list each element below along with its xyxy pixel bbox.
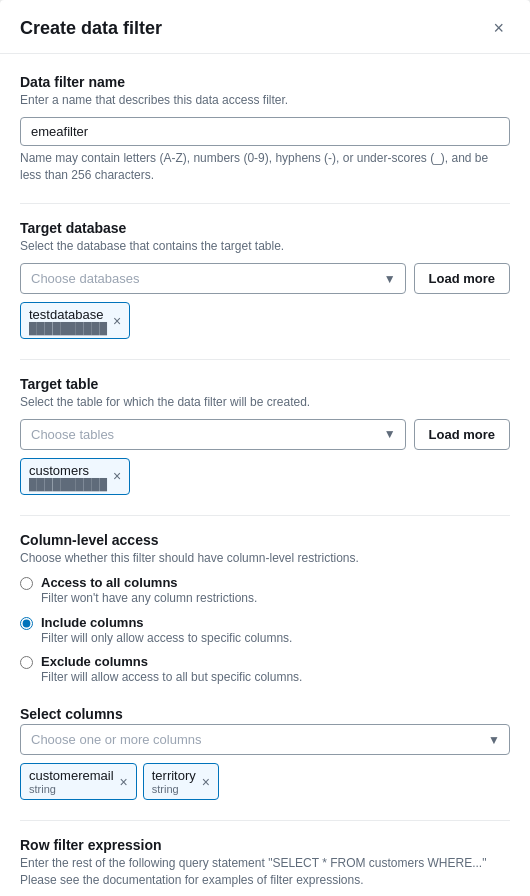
radio-exclude-label-group: Exclude columns Filter will allow access… <box>41 654 302 686</box>
column-access-desc: Choose whether this filter should have c… <box>20 550 510 567</box>
column-access-label: Column-level access <box>20 532 510 548</box>
database-tag-inner: testdatabase ██████████ <box>29 307 107 334</box>
customeremail-tag-name: customeremail <box>29 768 114 783</box>
close-button[interactable]: × <box>487 16 510 41</box>
column-tag-territory: territory string × <box>143 763 219 800</box>
territory-tag-remove-button[interactable]: × <box>202 775 210 789</box>
table-tags: customers ██████████ × <box>20 458 510 495</box>
filter-name-section: Data filter name Enter a name that descr… <box>20 74 510 183</box>
columns-tags: customeremail string × territory string … <box>20 763 510 800</box>
radio-option-all[interactable]: Access to all columns Filter won't have … <box>20 575 510 607</box>
database-load-more-button[interactable]: Load more <box>414 263 510 294</box>
table-row: Choose tables ▼ Load more <box>20 419 510 450</box>
database-row: Choose databases ▼ Load more <box>20 263 510 294</box>
database-tag: testdatabase ██████████ × <box>20 302 130 339</box>
table-select[interactable]: Choose tables <box>20 419 406 450</box>
radio-option-exclude[interactable]: Exclude columns Filter will allow access… <box>20 654 510 686</box>
table-tag-inner: customers ██████████ <box>29 463 107 490</box>
table-tag-sub: ██████████ <box>29 478 107 490</box>
database-tag-remove-button[interactable]: × <box>113 314 121 328</box>
radio-all-label: Access to all columns <box>41 575 257 590</box>
database-tag-sub: ██████████ <box>29 322 107 334</box>
customeremail-tag-sub: string <box>29 783 114 795</box>
filter-name-char-note: Name may contain letters (A-Z), numbers … <box>20 150 510 184</box>
radio-include-columns[interactable] <box>20 617 33 630</box>
table-tag: customers ██████████ × <box>20 458 130 495</box>
row-filter-section: Row filter expression Enter the rest of … <box>20 837 510 896</box>
database-select-wrapper: Choose databases ▼ <box>20 263 406 294</box>
radio-include-label: Include columns <box>41 615 292 630</box>
table-load-more-button[interactable]: Load more <box>414 419 510 450</box>
select-columns-label: Select columns <box>20 706 510 722</box>
customeremail-tag-remove-button[interactable]: × <box>120 775 128 789</box>
radio-exclude-columns[interactable] <box>20 656 33 669</box>
radio-all-columns[interactable] <box>20 577 33 590</box>
filter-name-input[interactable] <box>20 117 510 146</box>
column-tag-customeremail: customeremail string × <box>20 763 137 800</box>
target-table-desc: Select the table for which the data filt… <box>20 394 510 411</box>
modal-header: Create data filter × <box>0 0 530 54</box>
database-tag-name: testdatabase <box>29 307 107 322</box>
modal-title: Create data filter <box>20 18 162 39</box>
select-columns-section: Select columns Choose one or more column… <box>20 706 510 800</box>
target-table-label: Target table <box>20 376 510 392</box>
target-database-section: Target database Select the database that… <box>20 220 510 339</box>
database-placeholder: Choose databases <box>31 271 139 286</box>
customeremail-tag-inner: customeremail string <box>29 768 114 795</box>
table-tag-name: customers <box>29 463 107 478</box>
radio-include-desc: Filter will only allow access to specifi… <box>41 630 292 647</box>
radio-exclude-desc: Filter will allow access to all but spec… <box>41 669 302 686</box>
column-access-section: Column-level access Choose whether this … <box>20 532 510 686</box>
columns-multiselect-wrapper: Choose one or more columns ▼ <box>20 724 510 755</box>
divider-4 <box>20 820 510 821</box>
row-filter-label: Row filter expression <box>20 837 510 853</box>
divider-1 <box>20 203 510 204</box>
table-tag-remove-button[interactable]: × <box>113 469 121 483</box>
columns-multiselect[interactable]: Choose one or more columns <box>20 724 510 755</box>
radio-all-desc: Filter won't have any column restriction… <box>41 590 257 607</box>
create-data-filter-modal: Create data filter × Data filter name En… <box>0 0 530 896</box>
target-database-desc: Select the database that contains the ta… <box>20 238 510 255</box>
target-table-section: Target table Select the table for which … <box>20 376 510 495</box>
radio-exclude-label: Exclude columns <box>41 654 302 669</box>
database-tags: testdatabase ██████████ × <box>20 302 510 339</box>
radio-include-label-group: Include columns Filter will only allow a… <box>41 615 292 647</box>
database-select[interactable]: Choose databases <box>20 263 406 294</box>
columns-placeholder: Choose one or more columns <box>31 732 202 747</box>
filter-name-desc: Enter a name that describes this data ac… <box>20 92 510 109</box>
target-database-label: Target database <box>20 220 510 236</box>
table-placeholder: Choose tables <box>31 427 114 442</box>
divider-3 <box>20 515 510 516</box>
modal-body: Data filter name Enter a name that descr… <box>0 54 530 896</box>
radio-all-label-group: Access to all columns Filter won't have … <box>41 575 257 607</box>
territory-tag-inner: territory string <box>152 768 196 795</box>
column-access-radio-group: Access to all columns Filter won't have … <box>20 575 510 686</box>
row-filter-desc: Enter the rest of the following query st… <box>20 855 510 889</box>
filter-name-label: Data filter name <box>20 74 510 90</box>
territory-tag-sub: string <box>152 783 196 795</box>
radio-option-include[interactable]: Include columns Filter will only allow a… <box>20 615 510 647</box>
divider-2 <box>20 359 510 360</box>
territory-tag-name: territory <box>152 768 196 783</box>
table-select-wrapper: Choose tables ▼ <box>20 419 406 450</box>
